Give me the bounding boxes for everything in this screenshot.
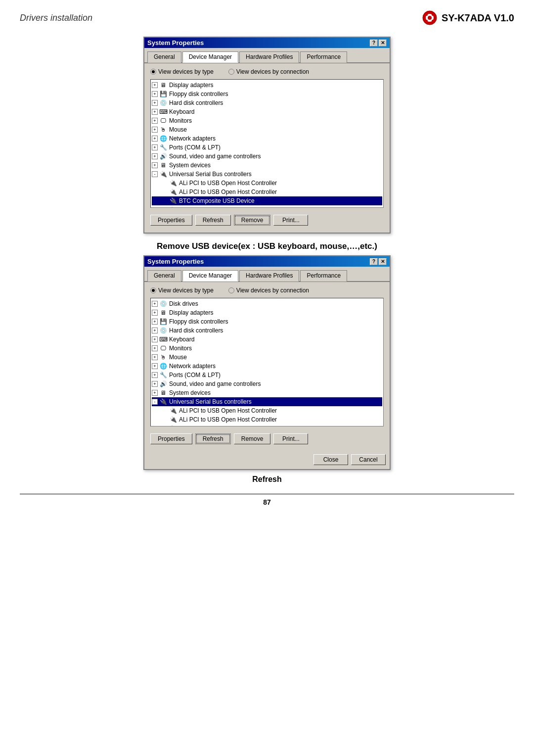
radio-by-connection-1[interactable]: View devices by connection [228,68,309,75]
expand-btn[interactable]: + [152,372,158,378]
tree-item[interactable]: +🖵Monitors [152,344,382,353]
expand-spacer [162,189,168,195]
remove-button-2[interactable]: Remove [234,433,271,444]
radio-btn-connection-2[interactable] [228,287,234,293]
tree-item[interactable]: +🔊Sound, video and game controllers [152,379,382,388]
tree-item[interactable]: 🔌ALi PCI to USB Open Host Controller [152,188,382,196]
expand-btn[interactable]: - [152,399,158,405]
remove-button-1[interactable]: Remove [234,215,271,226]
device-tree-2[interactable]: +💿Disk drives+🖥Display adapters+💾Floppy … [150,298,384,426]
tree-item[interactable]: +🖱Mouse [152,125,382,134]
device-label: Network adapters [169,135,216,142]
tab-performance-1[interactable]: Performance [300,51,347,63]
help-button-2[interactable]: ? [370,258,378,265]
tab-general-2[interactable]: General [147,270,181,282]
expand-btn[interactable]: + [152,381,158,387]
expand-btn[interactable]: + [152,91,158,97]
print-button-1[interactable]: Print... [273,215,308,226]
properties-button-2[interactable]: Properties [150,433,192,444]
tab-general-1[interactable]: General [147,51,181,63]
expand-btn[interactable]: + [152,310,158,316]
expand-btn[interactable]: + [152,153,158,159]
window-body-1: View devices by type View devices by con… [144,63,390,233]
tab-device-manager-1[interactable]: Device Manager [182,51,238,63]
refresh-button-1[interactable]: Refresh [195,215,231,226]
expand-btn[interactable]: + [152,162,158,168]
tree-item[interactable]: -🔌Universal Serial Bus controllers [152,170,382,179]
tree-item[interactable]: +🖥System devices [152,161,382,170]
expand-spacer [162,425,168,426]
tree-item[interactable]: +⌨Keyboard [152,335,382,344]
tree-item[interactable]: 🔌ALi PCI to USB Open Host Controller [152,415,382,424]
tree-item[interactable]: +💿Disk drives [152,299,382,308]
tree-item[interactable]: +🔊Sound, video and game controllers [152,152,382,161]
tree-item[interactable]: +🖥Display adapters [152,308,382,317]
close-main-button[interactable]: Close [313,454,348,465]
tree-item[interactable]: +🔧Ports (COM & LPT) [152,371,382,379]
tree-item[interactable]: +🌐Network adapters [152,362,382,371]
expand-btn[interactable]: + [152,82,158,88]
tree-item[interactable]: +🖱Mouse [152,353,382,362]
tree-item[interactable]: +💿Hard disk controllers [152,98,382,107]
close-button-2[interactable]: ✕ [379,258,387,265]
expand-btn[interactable]: + [152,100,158,106]
tree-item[interactable]: +⌨Keyboard [152,107,382,116]
tab-device-manager-2[interactable]: Device Manager [182,270,238,282]
device-icon: 🖵 [159,117,167,125]
expand-btn[interactable]: + [152,109,158,115]
tree-item[interactable]: 🔌ALi PCI to USB Open Host Controller [152,179,382,188]
expand-btn[interactable]: + [152,390,158,396]
radio-by-connection-2[interactable]: View devices by connection [228,287,309,294]
device-label: Floppy disk controllers [169,91,228,97]
tree-item[interactable]: -🔌Universal Serial Bus controllers [152,397,382,406]
expand-btn[interactable]: + [152,363,158,369]
device-icon: 🔌 [169,416,177,424]
expand-btn[interactable]: + [152,144,158,150]
device-label: Display adapters [169,82,213,89]
tree-item[interactable]: 🔌BTC Composite USB Device [152,196,382,205]
expand-btn[interactable]: + [152,345,158,351]
radio-btn-type-1[interactable] [150,69,156,75]
device-label: Monitors [169,345,192,352]
expand-btn[interactable]: + [152,319,158,325]
device-icon: 🔌 [169,407,177,415]
page-header: Drivers installation SY-K7ADA V1.0 [20,10,514,28]
device-icon: 🖥 [159,81,167,89]
tab-performance-2[interactable]: Performance [300,270,347,282]
properties-button-1[interactable]: Properties [150,215,192,226]
expand-btn[interactable]: + [152,127,158,133]
tree-item[interactable]: +🖵Monitors [152,116,382,125]
expand-btn[interactable]: + [152,328,158,333]
tree-item[interactable]: +🖥Display adapters [152,81,382,90]
tree-item[interactable]: +🌐Network adapters [152,134,382,143]
tree-item[interactable]: +💿Hard disk controllers [152,326,382,335]
expand-btn[interactable]: + [152,118,158,124]
device-tree-1[interactable]: +🖥Display adapters+💾Floppy disk controll… [150,79,384,208]
tree-item[interactable]: +🖥System devices [152,388,382,397]
print-button-2[interactable]: Print... [273,433,308,444]
tab-hardware-profiles-2[interactable]: Hardware Profiles [239,270,299,282]
radio-btn-connection-1[interactable] [228,69,234,75]
expand-btn[interactable]: + [152,336,158,342]
expand-btn[interactable]: + [152,354,158,360]
device-label: Ports (COM & LPT) [169,144,221,151]
radio-btn-type-2[interactable] [150,287,156,293]
tree-item[interactable]: +💾Floppy disk controllers [152,90,382,98]
cancel-main-button[interactable]: Cancel [351,454,386,465]
radio-by-type-1[interactable]: View devices by type [150,68,214,75]
tree-item[interactable]: 🔌ALi PCI to USB Open Host Controller [152,406,382,415]
close-button-1[interactable]: ✕ [379,40,387,47]
expand-btn[interactable]: + [152,136,158,142]
tree-item[interactable]: 🔌USB Root Hub [152,424,382,426]
tree-item[interactable]: 🔌USB Root Hub [152,205,382,208]
expand-btn[interactable]: + [152,301,158,307]
refresh-button-2[interactable]: Refresh [195,433,231,444]
help-button-1[interactable]: ? [370,40,378,47]
tab-hardware-profiles-1[interactable]: Hardware Profiles [239,51,299,63]
device-label: Hard disk controllers [169,327,223,334]
radio-by-type-2[interactable]: View devices by type [150,287,214,294]
expand-btn[interactable]: - [152,171,158,177]
tree-item[interactable]: +💾Floppy disk controllers [152,317,382,326]
close-cancel-row: Close Cancel [144,451,390,469]
tree-item[interactable]: +🔧Ports (COM & LPT) [152,143,382,152]
